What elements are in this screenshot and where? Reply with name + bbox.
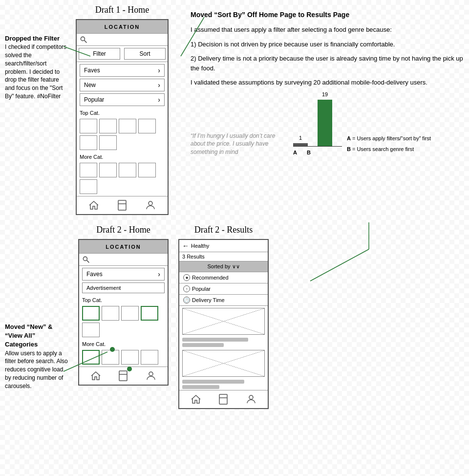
cat-box (119, 163, 136, 177)
moved-new-annotation: Moved “New” & “View All” Categories Allo… (5, 225, 68, 390)
cat-box (99, 119, 117, 133)
radio-delivery-icon: 🕐 (183, 297, 190, 303)
profile-nav-icon (145, 370, 157, 382)
cat-box (102, 306, 119, 321)
quote-text: “If I’m hungry I usually don’t care abou… (191, 132, 288, 156)
svg-line-8 (85, 41, 87, 43)
sortby-reason1: 1) Decision is not driven by price becau… (191, 40, 464, 49)
sort-recommended-row: ★ Recommended (179, 272, 268, 283)
home-nav-icon (88, 199, 100, 211)
bar-a-value: 1 (299, 134, 302, 142)
result-card-1 (182, 308, 265, 335)
arrow-right-icon: › (158, 96, 160, 104)
back-arrow-icon: ← (182, 242, 189, 250)
bookmark-nav-icon (117, 370, 129, 382)
draft1-home-area: Draft 1 - Home LOCATION (68, 5, 176, 215)
draft2-faves-item: Faves › (82, 268, 165, 281)
bar-b-value: 19 (322, 90, 328, 99)
results-count-row: 3 Results (179, 252, 268, 261)
draft2-top-cat-label: Top Cat. (79, 295, 168, 304)
cat-box-selected (82, 306, 100, 321)
radio-popular-icon: ↑ (183, 285, 190, 292)
moved-new-body: Allow users to apply a filter before sea… (5, 349, 68, 390)
cat-box (138, 163, 156, 177)
draft1-search-row (77, 34, 168, 46)
page: Dropped the Filter I checked if competit… (0, 0, 469, 476)
result-card-2-lines (179, 379, 268, 390)
cat-box (121, 350, 139, 365)
bottom-section: Moved “New” & “View All” Categories Allo… (5, 225, 464, 409)
draft1-more-categories (77, 161, 168, 196)
bar-a-label: A (293, 149, 297, 157)
arrow-right-icon: › (158, 81, 160, 89)
sort-popular-row: ↑ Popular (179, 283, 268, 295)
bar-b-label: B (307, 149, 311, 157)
moved-new-heading: Moved “New” & “View All” Categories (5, 323, 68, 349)
cat-box (121, 306, 139, 321)
bookmark-nav-icon (116, 199, 128, 211)
bar-b (318, 100, 332, 146)
left-annotation-filter: Dropped the Filter I checked if competit… (5, 5, 68, 215)
cat-box (80, 163, 97, 177)
cat-box-selected (82, 350, 100, 365)
sortby-validation: I validated these assumptions by surveyi… (191, 78, 464, 87)
bottom-left-annotation: Moved “New” & “View All” Categories Allo… (5, 225, 68, 409)
cat-box (80, 119, 97, 133)
cat-box (99, 135, 117, 150)
top-section: Dropped the Filter I checked if competit… (5, 5, 464, 215)
sortby-heading: Moved “Sort By” Off Home Page to Results… (191, 10, 464, 20)
result-line (182, 338, 248, 342)
arrow-right-icon: › (158, 66, 160, 74)
svg-rect-14 (119, 371, 127, 381)
svg-point-12 (83, 257, 87, 260)
draft2-home-area: Draft 2 - Home LOCATION (78, 225, 169, 409)
main-content: Dropped the Filter I checked if competit… (0, 0, 469, 414)
draft2-ad-placeholder: Advertisement (82, 282, 165, 293)
dropped-filter-body: I checked if competitors solved the sear… (5, 43, 68, 101)
home-nav-icon (90, 370, 102, 382)
bookmark-nav-icon (217, 393, 229, 405)
draft2-location-header: LOCATION (79, 240, 168, 254)
bar-chart-axis: A B (293, 146, 342, 157)
draft2-search-row (79, 254, 168, 266)
svg-point-19 (249, 395, 253, 399)
cat-box (141, 350, 158, 365)
cat-box (99, 163, 117, 177)
profile-nav-icon (145, 199, 156, 211)
cat-box (80, 135, 97, 150)
result-card-image-placeholder (183, 308, 264, 334)
draft1-popular-item: Popular › (80, 93, 165, 106)
legend-b: B = Users search genre first (347, 145, 431, 154)
result-card-1-lines (179, 337, 268, 348)
cat-box (119, 119, 136, 133)
filter-button: Filter (79, 48, 120, 60)
result-line (182, 343, 224, 347)
svg-line-13 (87, 260, 89, 263)
cat-box-selected (141, 306, 158, 321)
draft2-bottom-nav (79, 367, 168, 385)
results-header-row: ← Healthy (179, 240, 268, 252)
draft2-results-area: Draft 2 - Results ← Healthy 3 Results So… (178, 225, 269, 409)
draft1-title: Draft 1 - Home (95, 5, 149, 15)
sortby-reason2: 2) Delivery time is not a priority becau… (191, 54, 464, 73)
cat-box (80, 179, 97, 194)
profile-nav-icon (245, 393, 257, 405)
cat-box (138, 119, 156, 133)
draft2-top-categories (79, 304, 168, 339)
legend-a: A = Users apply filters/“sort by” first (347, 134, 431, 143)
svg-rect-17 (219, 394, 227, 404)
chevron-down-icon: ∨ (236, 263, 240, 270)
draft1-location-header: LOCATION (77, 20, 168, 34)
bar-a-group: 1 (293, 134, 308, 146)
results-sort-by-row: Sorted by ∨ ∨ (179, 261, 268, 272)
draft2-results-phone: ← Healthy 3 Results Sorted by ∨ ∨ ★ Reco… (178, 239, 269, 409)
cat-box (82, 323, 100, 337)
draft2-more-cat-label: More Cat. (79, 339, 168, 348)
chart-legend: A = Users apply filters/“sort by” first … (347, 134, 431, 156)
result-line (182, 380, 244, 384)
draft1-new-item: New › (80, 79, 165, 91)
right-annotation-sortby: Moved “Sort By” Off Home Page to Results… (176, 5, 464, 215)
draft1-faves-item: Faves › (80, 64, 165, 77)
draft2-results-bottom-nav (179, 390, 268, 408)
cat-box (102, 350, 119, 365)
